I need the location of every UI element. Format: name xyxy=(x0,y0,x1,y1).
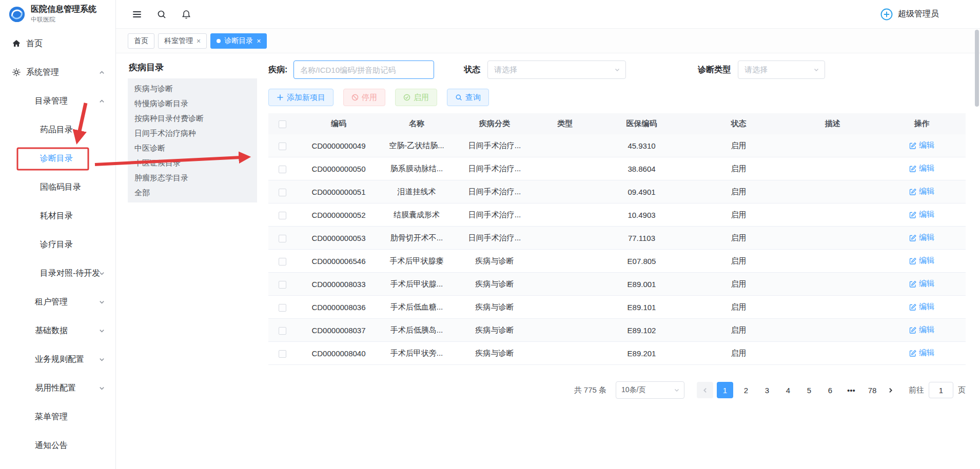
row-checkbox[interactable] xyxy=(279,212,286,219)
cell-code: CD0000000050 xyxy=(297,165,381,173)
category-item[interactable]: 特慢病诊断目录 xyxy=(128,96,257,111)
notification-bell-icon[interactable] xyxy=(178,6,195,23)
tab[interactable]: 首页 xyxy=(128,33,154,49)
page-number[interactable]: 3 xyxy=(759,382,775,398)
edit-button[interactable]: 编辑 xyxy=(909,187,934,196)
edit-button[interactable]: 编辑 xyxy=(909,325,934,335)
row-checkbox[interactable] xyxy=(279,166,286,173)
tab[interactable]: 诊断目录 × xyxy=(210,33,267,49)
prev-page-button[interactable] xyxy=(697,382,713,398)
row-checkbox[interactable] xyxy=(279,327,286,335)
sidebar-item[interactable]: 租户管理 xyxy=(0,288,115,316)
edit-button[interactable]: 编辑 xyxy=(909,140,934,150)
edit-icon xyxy=(909,188,916,195)
row-checkbox[interactable] xyxy=(279,281,286,289)
sidebar-item[interactable]: 系统管理 xyxy=(0,58,115,87)
category-item[interactable]: 按病种目录付费诊断 xyxy=(128,111,257,126)
cell-disease-category: 日间手术治疗... xyxy=(453,141,537,151)
cell-name: 手术后甲状旁... xyxy=(381,349,453,358)
row-checkbox[interactable] xyxy=(279,235,286,242)
cell-insurance-code: 77.1103 xyxy=(593,234,690,242)
brand: 医院信息管理系统 中联医院 xyxy=(0,0,115,29)
sidebar-item[interactable]: 国临码目录 xyxy=(0,173,115,201)
sidebar-item[interactable]: 诊断目录 xyxy=(0,144,115,173)
column-header: 操作 xyxy=(878,119,966,129)
row-checkbox[interactable] xyxy=(279,350,286,358)
menu-collapse-icon[interactable] xyxy=(128,6,146,23)
sidebar-item-label: 通知公告 xyxy=(35,440,68,451)
sidebar-item-label: 耗材目录 xyxy=(40,211,73,221)
sidebar-item[interactable]: 目录对照-待开发 xyxy=(0,259,115,288)
disable-button[interactable]: 停用 xyxy=(343,89,385,106)
page-number[interactable]: 5 xyxy=(801,382,817,398)
row-checkbox[interactable] xyxy=(279,304,286,312)
page-number[interactable]: 4 xyxy=(780,382,796,398)
status-filter-label: 状态 xyxy=(464,65,480,75)
query-button[interactable]: 查询 xyxy=(447,89,489,106)
search-icon[interactable] xyxy=(153,6,170,23)
page-number[interactable]: 1 xyxy=(717,382,733,398)
user-menu[interactable]: 超级管理员 xyxy=(880,8,939,21)
add-item-button[interactable]: 添加新项目 xyxy=(268,89,334,106)
edit-button[interactable]: 编辑 xyxy=(909,210,934,219)
disease-search-input[interactable] xyxy=(293,60,434,79)
scrollbar-thumb[interactable] xyxy=(975,30,979,107)
edit-button[interactable]: 编辑 xyxy=(909,233,934,242)
user-badge-icon xyxy=(880,8,893,21)
sidebar-item[interactable]: 首页 xyxy=(0,29,115,58)
table-row: CD0000000050 肠系膜动脉结... 日间手术治疗... 38.8604… xyxy=(268,157,966,180)
edit-button[interactable]: 编辑 xyxy=(909,279,934,289)
diagnosis-type-select[interactable]: 请选择 xyxy=(738,60,825,79)
edit-button[interactable]: 编辑 xyxy=(909,164,934,173)
page-number[interactable]: 6 xyxy=(822,382,838,398)
row-checkbox[interactable] xyxy=(279,258,286,266)
cell-name: 空肠-乙状结肠... xyxy=(381,141,453,151)
category-item[interactable]: 中医证候目录 xyxy=(128,155,257,170)
edit-icon xyxy=(909,303,916,311)
sidebar-item-label: 诊疗目录 xyxy=(40,239,73,250)
edit-button[interactable]: 编辑 xyxy=(909,256,934,266)
edit-button[interactable]: 编辑 xyxy=(909,348,934,358)
tab[interactable]: 科室管理 × xyxy=(158,33,207,49)
sidebar-item[interactable]: 诊疗目录 xyxy=(0,230,115,259)
sidebar-item[interactable]: 药品目录 xyxy=(0,115,115,144)
sidebar-item[interactable]: 目录管理 xyxy=(0,87,115,115)
sidebar-item[interactable]: 易用性配置 xyxy=(0,374,115,402)
page-size-value: 10条/页 xyxy=(621,385,645,395)
column-header: 医保编码 xyxy=(593,119,690,129)
row-checkbox[interactable] xyxy=(279,189,286,196)
diagnosis-type-filter-label: 诊断类型 xyxy=(698,65,731,75)
table-row: CD0000008040 手术后甲状旁... 疾病与诊断 E89.201 启用 xyxy=(268,342,966,365)
page-number[interactable]: ••• xyxy=(843,382,859,398)
cell-status: 启用 xyxy=(690,210,787,220)
select-all-checkbox[interactable] xyxy=(279,120,286,128)
category-item[interactable]: 全部 xyxy=(128,185,257,200)
chevron-left-icon xyxy=(702,387,709,394)
row-checkbox[interactable] xyxy=(279,142,286,150)
goto-page-input[interactable] xyxy=(929,382,953,398)
edit-button[interactable]: 编辑 xyxy=(909,302,934,312)
page-number[interactable]: 2 xyxy=(738,382,754,398)
category-item[interactable]: 肿瘤形态学目录 xyxy=(128,170,257,185)
page-size-select[interactable]: 10条/页 xyxy=(616,381,684,399)
sidebar-item[interactable]: 耗材目录 xyxy=(0,201,115,230)
user-name: 超级管理员 xyxy=(898,9,939,19)
category-item[interactable]: 日间手术治疗病种 xyxy=(128,126,257,140)
tab-close-icon[interactable]: × xyxy=(197,37,201,45)
next-page-button[interactable] xyxy=(882,382,898,398)
status-select[interactable]: 请选择 xyxy=(487,60,626,79)
enable-button[interactable]: 启用 xyxy=(395,89,437,106)
sidebar-item-label: 目录对照-待开发 xyxy=(40,268,100,279)
sidebar-item[interactable]: 基础数据 xyxy=(0,316,115,345)
chevron-icon xyxy=(99,385,105,392)
chevron-icon xyxy=(99,98,105,105)
sidebar-item[interactable]: 通知公告 xyxy=(0,431,115,460)
sidebar-item[interactable]: 菜单管理 xyxy=(0,402,115,431)
table-toolbar: 添加新项目 停用 启用 查询 xyxy=(268,89,966,106)
page-number[interactable]: 78 xyxy=(864,382,880,398)
tab-close-icon[interactable]: × xyxy=(257,37,261,45)
category-item[interactable]: 中医诊断 xyxy=(128,140,257,155)
sidebar-item[interactable]: 业务规则配置 xyxy=(0,345,115,374)
plus-icon xyxy=(277,94,284,101)
category-item[interactable]: 疾病与诊断 xyxy=(128,81,257,96)
